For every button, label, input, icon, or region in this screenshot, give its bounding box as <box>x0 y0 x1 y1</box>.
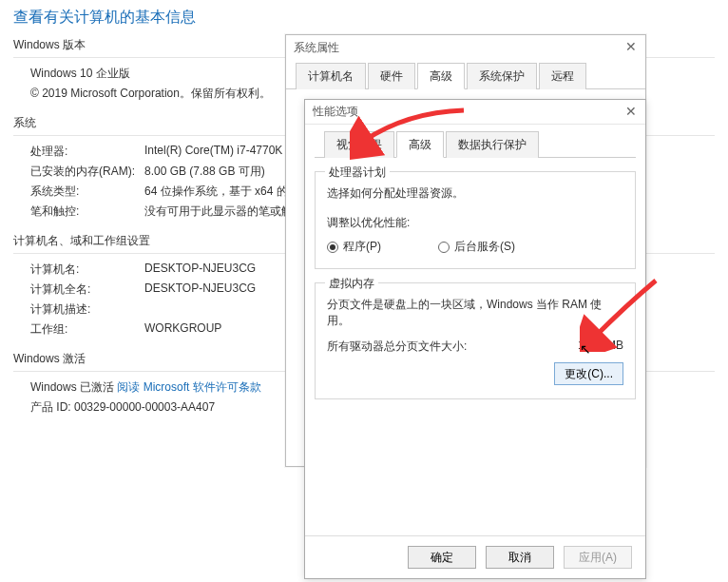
perf-titlebar[interactable]: 性能选项 ✕ <box>305 100 645 125</box>
tab-visual-effects[interactable]: 视觉效果 <box>324 131 394 158</box>
pcfull-value: DESKTOP-NJEU3CG <box>144 281 256 298</box>
pcname-label: 计算机名: <box>30 262 144 278</box>
radio-background-dot <box>438 242 450 253</box>
apply-button: 应用(A) <box>564 546 632 569</box>
sysprops-titlebar[interactable]: 系统属性 ✕ <box>286 35 645 60</box>
perf-footer: 确定 取消 应用(A) <box>305 535 645 578</box>
proc-group-title: 处理器计划 <box>325 165 390 181</box>
activation-status-text: Windows 已激活 <box>30 380 117 394</box>
radio-background[interactable]: 后台服务(S) <box>438 239 515 255</box>
processor-scheduling-group: 处理器计划 选择如何分配处理器资源。 调整以优化性能: 程序(P) 后台服务(S… <box>315 171 636 269</box>
radio-programs-label: 程序(P) <box>343 239 381 255</box>
vm-total-label: 所有驱动器总分页文件大小: <box>327 339 467 355</box>
tab-computer-name[interactable]: 计算机名 <box>296 63 366 89</box>
vm-text: 分页文件是硬盘上的一块区域，Windows 当作 RAM 使用。 <box>327 297 623 329</box>
pcname-value: DESKTOP-NJEU3CG <box>144 262 256 278</box>
sysprops-tabstrip: 计算机名 硬件 高级 系统保护 远程 <box>286 62 645 89</box>
perf-tabstrip: 视觉效果 高级 数据执行保护 <box>315 130 636 158</box>
performance-options-dialog: 性能选项 ✕ 视觉效果 高级 数据执行保护 处理器计划 选择如何分配处理器资源。… <box>304 99 646 579</box>
wg-value: WORKGROUP <box>144 321 221 338</box>
wg-label: 工作组: <box>30 321 144 338</box>
sysprops-title: 系统属性 <box>294 40 339 56</box>
close-icon[interactable]: ✕ <box>621 37 642 56</box>
tab-system-protection[interactable]: 系统保护 <box>467 63 537 89</box>
page-title: 查看有关计算机的基本信息 <box>13 8 715 28</box>
close-icon[interactable]: ✕ <box>621 102 642 121</box>
proc-adjust-label: 调整以优化性能: <box>327 215 623 231</box>
tab-advanced[interactable]: 高级 <box>417 63 465 89</box>
tab-hardware[interactable]: 硬件 <box>368 63 415 89</box>
vm-group-title: 虚拟内存 <box>325 276 378 292</box>
cpu-label: 处理器: <box>30 144 144 160</box>
radio-programs[interactable]: 程序(P) <box>327 239 381 255</box>
change-button[interactable]: 更改(C)... <box>554 362 623 385</box>
pen-label: 笔和触控: <box>30 204 144 220</box>
pcfull-label: 计算机全名: <box>30 281 144 298</box>
license-terms-link[interactable]: 阅读 Microsoft 软件许可条款 <box>117 380 260 394</box>
radio-programs-dot <box>327 242 338 253</box>
perf-title: 性能选项 <box>313 104 358 120</box>
cancel-button[interactable]: 取消 <box>486 546 554 569</box>
tab-perf-advanced[interactable]: 高级 <box>396 131 444 158</box>
cursor-icon: ↖ <box>580 341 591 357</box>
systype-label: 系统类型: <box>30 184 144 200</box>
ram-label: 已安装的内存(RAM): <box>30 164 144 180</box>
ok-button[interactable]: 确定 <box>408 546 476 569</box>
tab-remote[interactable]: 远程 <box>539 63 586 89</box>
ram-value: 8.00 GB (7.88 GB 可用) <box>144 164 265 180</box>
tab-dep[interactable]: 数据执行保护 <box>446 131 539 158</box>
radio-background-label: 后台服务(S) <box>454 239 515 255</box>
pcdesc-label: 计算机描述: <box>30 301 144 318</box>
proc-text: 选择如何分配处理器资源。 <box>327 185 623 202</box>
